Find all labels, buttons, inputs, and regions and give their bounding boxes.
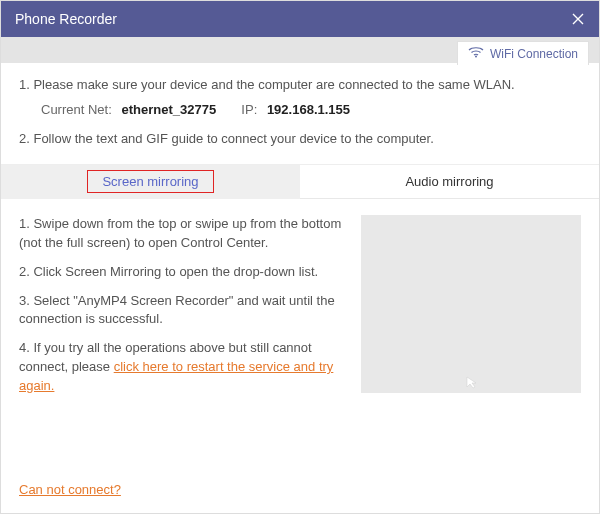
close-icon[interactable] bbox=[571, 12, 585, 26]
toolbar: WiFi Connection bbox=[1, 37, 599, 63]
guide-body: 1. Swipe down from the top or swipe up f… bbox=[1, 199, 599, 474]
guide-steps: 1. Swipe down from the top or swipe up f… bbox=[19, 215, 347, 406]
network-info: Current Net: ethernet_32775 IP: 192.168.… bbox=[41, 102, 581, 117]
connection-info: 1. Please make sure your device and the … bbox=[1, 63, 599, 165]
window-title: Phone Recorder bbox=[15, 11, 117, 27]
wifi-connection-tab[interactable]: WiFi Connection bbox=[457, 41, 589, 65]
current-net-value: ethernet_32775 bbox=[121, 102, 216, 117]
ip-label: IP: bbox=[241, 102, 257, 117]
instruction-step-1: 1. Please make sure your device and the … bbox=[19, 77, 581, 92]
wifi-icon bbox=[468, 46, 484, 61]
instruction-step-2: 2. Follow the text and GIF guide to conn… bbox=[19, 131, 581, 146]
tab-audio-mirroring[interactable]: Audio mirroring bbox=[300, 165, 599, 199]
guide-step-2: 2. Click Screen Mirroring to open the dr… bbox=[19, 263, 347, 282]
tab-screen-label: Screen mirroring bbox=[87, 170, 213, 193]
gif-preview bbox=[361, 215, 581, 393]
mirroring-tabs: Screen mirroring Audio mirroring bbox=[1, 165, 599, 199]
ip-value: 192.168.1.155 bbox=[267, 102, 350, 117]
titlebar: Phone Recorder bbox=[1, 1, 599, 37]
footer: Can not connect? bbox=[1, 474, 599, 513]
guide-step-1: 1. Swipe down from the top or swipe up f… bbox=[19, 215, 347, 253]
phone-recorder-window: Phone Recorder WiFi Connection 1. Please… bbox=[0, 0, 600, 514]
cursor-icon bbox=[465, 375, 483, 389]
svg-point-0 bbox=[475, 56, 477, 58]
tab-audio-label: Audio mirroring bbox=[405, 174, 493, 189]
current-net-label: Current Net: bbox=[41, 102, 112, 117]
wifi-tab-label: WiFi Connection bbox=[490, 47, 578, 61]
tab-screen-mirroring[interactable]: Screen mirroring bbox=[1, 165, 300, 199]
cannot-connect-link[interactable]: Can not connect? bbox=[19, 482, 121, 497]
guide-step-3: 3. Select "AnyMP4 Screen Recorder" and w… bbox=[19, 292, 347, 330]
guide-step-4: 4. If you try all the operations above b… bbox=[19, 339, 347, 396]
